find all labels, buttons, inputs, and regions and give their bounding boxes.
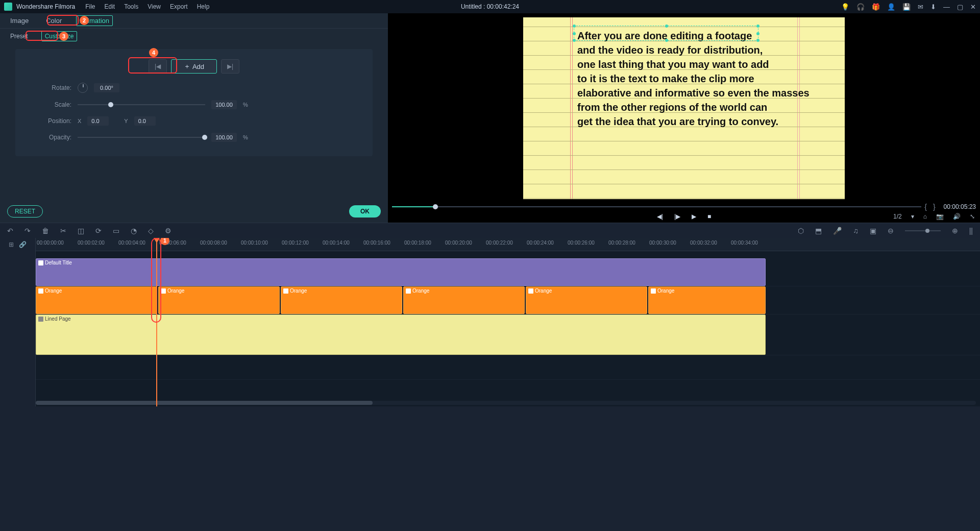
properties-panel: Image Color Animation 2 Preset Customize… bbox=[0, 13, 388, 223]
marker-icon[interactable]: ⬒ bbox=[815, 227, 822, 235]
close-icon[interactable]: ✕ bbox=[970, 3, 976, 11]
save-icon[interactable]: 💾 bbox=[902, 3, 911, 11]
play-button[interactable]: ▶ bbox=[692, 213, 696, 220]
selection-box[interactable] bbox=[574, 26, 758, 41]
add-keyframe-button[interactable]: ＋Add bbox=[171, 59, 217, 74]
track-2[interactable]: ▣2🔒👁 Orange Orange Orange Orange Orange … bbox=[36, 286, 980, 315]
zoom-fit-icon[interactable]: || bbox=[969, 227, 973, 235]
download-icon[interactable]: ⬇ bbox=[930, 3, 936, 11]
zoom-slider[interactable] bbox=[905, 230, 941, 231]
mark-in-icon[interactable]: { bbox=[924, 203, 927, 211]
mark-out-icon[interactable]: } bbox=[933, 203, 936, 211]
speed-icon[interactable]: ⟳ bbox=[95, 227, 102, 235]
plus-icon: ＋ bbox=[184, 62, 190, 71]
greenscreen-icon[interactable]: ◔ bbox=[131, 227, 137, 235]
preview-viewport[interactable]: After you are done editing a footage and… bbox=[388, 13, 980, 203]
playhead[interactable] bbox=[156, 238, 157, 406]
preview-ratio[interactable]: 1/2 bbox=[893, 213, 902, 220]
crop-icon[interactable]: ◫ bbox=[78, 227, 84, 235]
scale-value[interactable]: 100.00 bbox=[211, 100, 237, 109]
clip-orange-4[interactable]: Orange bbox=[403, 286, 525, 314]
redo-icon[interactable]: ↷ bbox=[24, 227, 31, 235]
menu-help[interactable]: Help bbox=[197, 3, 210, 10]
gift-icon[interactable]: 🎁 bbox=[872, 3, 880, 11]
menu-export[interactable]: Export bbox=[170, 3, 188, 10]
render-icon[interactable]: ⬡ bbox=[798, 227, 804, 235]
next-frame-button[interactable]: |▶ bbox=[674, 213, 680, 220]
image-clip-icon bbox=[651, 288, 656, 294]
volume-icon[interactable]: 🔊 bbox=[953, 213, 961, 220]
timeline-body[interactable]: 00:00:00:00 00:00:02:00 00:00:04:00 00:0… bbox=[36, 238, 980, 406]
window-controls: 💡 🎧 🎁 👤 💾 ✉ ⬇ — ▢ ✕ bbox=[841, 3, 976, 11]
zoom-out-icon[interactable]: ⊖ bbox=[888, 227, 894, 235]
menu-file[interactable]: File bbox=[85, 3, 95, 10]
fullscreen-icon[interactable]: ⤡ bbox=[970, 213, 975, 220]
app-name: Wondershare Filmora bbox=[16, 3, 75, 10]
track-1[interactable]: ▣1🔒👁 Lined Page bbox=[36, 315, 980, 355]
reset-button[interactable]: RESET bbox=[7, 205, 43, 218]
clip-orange-5[interactable]: Orange bbox=[526, 286, 647, 314]
clip-lined-page[interactable]: Lined Page bbox=[36, 315, 766, 355]
track-add-icon[interactable]: ⊞ bbox=[9, 241, 14, 248]
chevron-down-icon[interactable]: ▾ bbox=[911, 213, 914, 220]
rotate-value[interactable]: 0.00° bbox=[94, 83, 119, 92]
clip-orange-6[interactable]: Orange bbox=[648, 286, 766, 314]
scale-slider[interactable] bbox=[78, 104, 205, 105]
tab-color[interactable]: Color bbox=[43, 16, 65, 26]
preview-panel: After you are done editing a footage and… bbox=[388, 13, 980, 223]
voiceover-icon[interactable]: 🎤 bbox=[833, 227, 842, 235]
animation-controls: |◀ ＋Add ▶| 4 Rotate: 0.00° Scale: 100.00… bbox=[15, 49, 373, 156]
maximize-icon[interactable]: ▢ bbox=[957, 3, 963, 11]
rotate-label: Rotate: bbox=[36, 84, 71, 91]
timeline-ruler[interactable]: 00:00:00:00 00:00:02:00 00:00:04:00 00:0… bbox=[36, 238, 980, 251]
display-icon[interactable]: ⌂ bbox=[923, 213, 927, 220]
clip-orange-3[interactable]: Orange bbox=[281, 286, 402, 314]
image-clip-icon bbox=[38, 288, 43, 294]
stop-button[interactable]: ■ bbox=[707, 213, 711, 220]
zoom-in-icon[interactable]: ⊕ bbox=[952, 227, 958, 235]
opacity-slider[interactable] bbox=[78, 137, 205, 138]
app-logo-icon bbox=[4, 3, 12, 11]
adjust-icon[interactable]: ⚙ bbox=[165, 227, 172, 235]
split-icon[interactable]: ✂ bbox=[60, 227, 66, 235]
track-3[interactable]: ▣3🔒👁 Default Title bbox=[36, 258, 980, 286]
tips-icon[interactable]: 💡 bbox=[841, 3, 849, 11]
menu-tools[interactable]: Tools bbox=[124, 3, 138, 10]
track-audio-1[interactable]: ♪1🔒🔈 bbox=[36, 363, 980, 380]
timeline-scrollbar[interactable] bbox=[36, 401, 976, 405]
audio-mixer-icon[interactable]: ♫ bbox=[853, 227, 859, 235]
mail-icon[interactable]: ✉ bbox=[918, 3, 923, 11]
mask-icon[interactable]: ▣ bbox=[870, 227, 876, 235]
subtab-preset[interactable]: Preset bbox=[7, 32, 31, 41]
player-progress[interactable] bbox=[392, 206, 921, 207]
position-x-input[interactable]: 0.0 bbox=[87, 116, 109, 126]
prev-frame-button[interactable]: ◀| bbox=[657, 213, 663, 220]
clip-orange-2[interactable]: Orange bbox=[158, 286, 280, 314]
position-y-input[interactable]: 0.0 bbox=[134, 116, 156, 126]
support-icon[interactable]: 🎧 bbox=[856, 3, 865, 11]
ok-button[interactable]: OK bbox=[349, 205, 381, 218]
undo-icon[interactable]: ↶ bbox=[7, 227, 13, 235]
image-clip-icon bbox=[283, 288, 288, 294]
link-icon[interactable]: 🔗 bbox=[19, 241, 27, 248]
opacity-value[interactable]: 100.00 bbox=[211, 133, 237, 142]
account-icon[interactable]: 👤 bbox=[887, 3, 895, 11]
prev-keyframe-button[interactable]: |◀ bbox=[149, 59, 167, 74]
track-headers: ⊞ 🔗 bbox=[0, 238, 36, 406]
tab-image[interactable]: Image bbox=[7, 16, 32, 26]
snapshot-icon[interactable]: 📷 bbox=[936, 213, 944, 220]
image-clip-icon bbox=[161, 288, 166, 294]
callout-4: 4 bbox=[149, 48, 158, 57]
delete-icon[interactable]: 🗑 bbox=[42, 227, 49, 235]
main-menu: File Edit Tools View Export Help bbox=[85, 3, 209, 10]
titlebar: Wondershare Filmora File Edit Tools View… bbox=[0, 0, 980, 13]
menu-view[interactable]: View bbox=[148, 3, 161, 10]
keyframe-icon[interactable]: ◇ bbox=[148, 227, 154, 235]
rotate-knob[interactable] bbox=[78, 83, 88, 93]
color-icon[interactable]: ▭ bbox=[113, 227, 119, 235]
menu-edit[interactable]: Edit bbox=[105, 3, 115, 10]
clip-orange-1[interactable]: Orange bbox=[36, 286, 157, 314]
clip-default-title[interactable]: Default Title bbox=[36, 258, 766, 286]
minimize-icon[interactable]: — bbox=[943, 3, 950, 11]
next-keyframe-button[interactable]: ▶| bbox=[221, 59, 239, 74]
